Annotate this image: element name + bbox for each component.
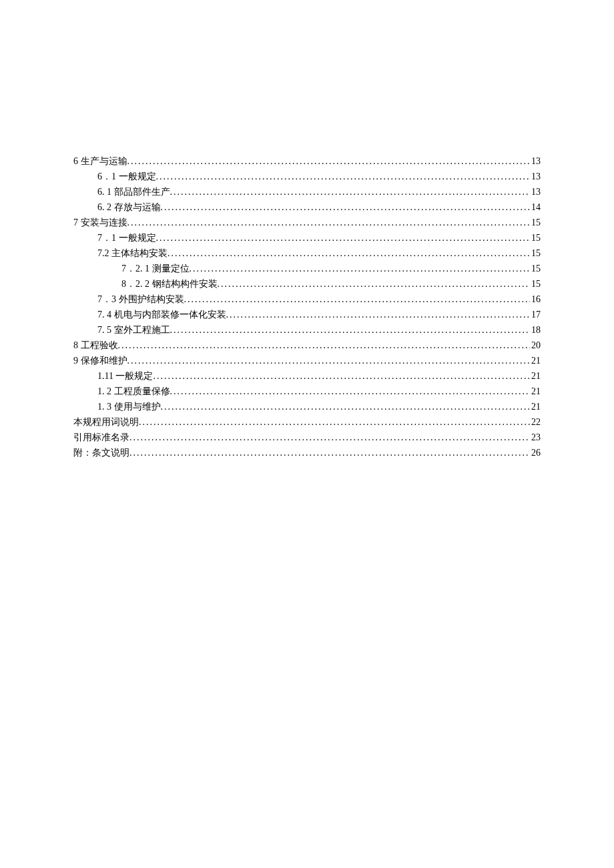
toc-entry: 6．1 一般规定13 bbox=[73, 169, 541, 184]
toc-entry: 附：条文说明26 bbox=[73, 445, 541, 460]
toc-page-number: 15 bbox=[530, 261, 541, 276]
toc-label: 7．2. 1 测量定位 bbox=[121, 261, 190, 276]
toc-leader-dots bbox=[190, 261, 531, 276]
toc-entry: 7．1 一般规定15 bbox=[73, 230, 541, 246]
table-of-contents: 6 生产与运输 136．1 一般规定136. 1 部品部件生产136. 2 存放… bbox=[73, 153, 541, 460]
toc-page-number: 18 bbox=[530, 322, 541, 338]
toc-entry: 9 保修和维护 21 bbox=[73, 353, 541, 368]
toc-leader-dots bbox=[161, 399, 531, 414]
toc-label: 1. 2 工程质量保修 bbox=[97, 384, 170, 399]
toc-leader-dots bbox=[218, 276, 531, 292]
toc-leader-dots bbox=[153, 368, 530, 384]
toc-page-number: 23 bbox=[530, 430, 541, 445]
toc-label: 7.2 主体结构安装 bbox=[97, 246, 168, 261]
toc-page-number: 20 bbox=[530, 338, 541, 353]
toc-leader-dots bbox=[129, 445, 530, 460]
toc-label: 7．3 外围护结构安装 bbox=[97, 292, 184, 307]
toc-label: 7. 5 室外工程施工 bbox=[97, 322, 170, 338]
toc-page-number: 13 bbox=[530, 153, 541, 169]
toc-page-number: 21 bbox=[530, 384, 541, 399]
toc-page-number: 13 bbox=[530, 184, 541, 199]
toc-page-number: 15 bbox=[530, 230, 541, 246]
toc-entry: 1.11 一般规定21 bbox=[73, 368, 541, 384]
toc-page-number: 21 bbox=[530, 368, 541, 384]
toc-label: 引用标准名录 bbox=[73, 430, 129, 445]
toc-page-number: 21 bbox=[530, 353, 541, 368]
toc-entry: 7．3 外围护结构安装16 bbox=[73, 292, 541, 307]
toc-leader-dots bbox=[156, 230, 531, 246]
toc-label: 7 安装与连接 bbox=[73, 215, 127, 230]
toc-label: 6. 2 存放与运输 bbox=[97, 199, 161, 215]
toc-label: 8 工程验收 bbox=[73, 338, 118, 353]
toc-entry: 引用标准名录23 bbox=[73, 430, 541, 445]
toc-entry: 本规程用词说明22 bbox=[73, 414, 541, 430]
toc-leader-dots bbox=[156, 169, 531, 184]
toc-label: 本规程用词说明 bbox=[73, 414, 139, 430]
toc-page-number: 14 bbox=[530, 199, 541, 215]
toc-page-number: 15 bbox=[530, 246, 541, 261]
toc-label: 附：条文说明 bbox=[73, 445, 129, 460]
toc-label: 8．2. 2 钢结构构件安装 bbox=[121, 276, 218, 292]
toc-page-number: 16 bbox=[530, 292, 541, 307]
toc-entry: 7．2. 1 测量定位15 bbox=[73, 261, 541, 276]
toc-leader-dots bbox=[170, 322, 531, 338]
toc-entry: 7. 5 室外工程施工18 bbox=[73, 322, 541, 338]
toc-page-number: 17 bbox=[530, 307, 541, 322]
toc-leader-dots bbox=[170, 384, 531, 399]
toc-page-number: 15 bbox=[530, 276, 541, 292]
toc-entry: 6. 1 部品部件生产13 bbox=[73, 184, 541, 199]
toc-entry: 8 工程验收 20 bbox=[73, 338, 541, 353]
toc-entry: 7 安装与连接 15 bbox=[73, 215, 541, 230]
toc-page-number: 22 bbox=[530, 414, 541, 430]
toc-leader-dots bbox=[118, 338, 531, 353]
toc-entry: 8．2. 2 钢结构构件安装15 bbox=[73, 276, 541, 292]
toc-entry: 1. 3 使用与维护21 bbox=[73, 399, 541, 414]
toc-leader-dots bbox=[184, 292, 531, 307]
toc-page-number: 26 bbox=[530, 445, 541, 460]
toc-leader-dots bbox=[170, 184, 531, 199]
toc-leader-dots bbox=[226, 307, 531, 322]
toc-label: 6．1 一般规定 bbox=[97, 169, 156, 184]
toc-leader-dots bbox=[127, 153, 531, 169]
toc-page-number: 13 bbox=[530, 169, 541, 184]
toc-label: 7. 4 机电与内部装修一体化安装 bbox=[97, 307, 226, 322]
toc-page-number: 15 bbox=[530, 215, 541, 230]
toc-label: 7．1 一般规定 bbox=[97, 230, 156, 246]
toc-label: 9 保修和维护 bbox=[73, 353, 127, 368]
toc-leader-dots bbox=[127, 215, 531, 230]
toc-leader-dots bbox=[161, 199, 531, 215]
toc-label: 6. 1 部品部件生产 bbox=[97, 184, 170, 199]
toc-leader-dots bbox=[139, 414, 530, 430]
toc-entry: 6. 2 存放与运输14 bbox=[73, 199, 541, 215]
toc-entry: 6 生产与运输 13 bbox=[73, 153, 541, 169]
toc-leader-dots bbox=[127, 353, 531, 368]
toc-entry: 7.2 主体结构安装 15 bbox=[73, 246, 541, 261]
toc-label: 1.11 一般规定 bbox=[97, 368, 153, 384]
toc-entry: 1. 2 工程质量保修21 bbox=[73, 384, 541, 399]
toc-leader-dots bbox=[168, 246, 530, 261]
toc-entry: 7. 4 机电与内部装修一体化安装17 bbox=[73, 307, 541, 322]
toc-leader-dots bbox=[129, 430, 530, 445]
toc-label: 6 生产与运输 bbox=[73, 153, 127, 169]
toc-page-number: 21 bbox=[530, 399, 541, 414]
toc-label: 1. 3 使用与维护 bbox=[97, 399, 161, 414]
